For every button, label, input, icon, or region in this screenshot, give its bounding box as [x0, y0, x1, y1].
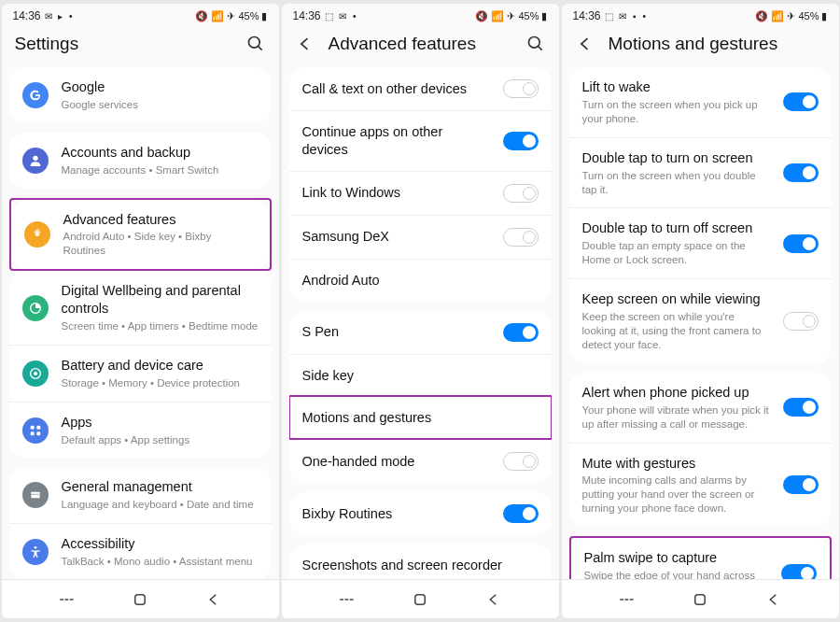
header: Motions and gestures — [562, 24, 839, 67]
nav-back[interactable] — [203, 589, 224, 610]
settings-item-apps[interactable]: Apps Default apps • App settings — [9, 402, 272, 459]
item-subtitle: Google services — [62, 98, 259, 112]
toggle-off[interactable] — [503, 452, 539, 471]
gesture-alert-when-phone-picked-up[interactable]: Alert when phone picked up Your phone wi… — [569, 373, 832, 443]
item-title: Alert when phone picked up — [582, 384, 770, 402]
gesture-palm-swipe-to-capture[interactable]: Palm swipe to capture Swipe the edge of … — [571, 538, 830, 579]
nav-recents[interactable] — [616, 589, 637, 610]
status-indicators: 🔇 📶 ✈ 45% ▮ — [475, 10, 547, 22]
status-indicators: 🔇 📶 ✈ 45% ▮ — [195, 10, 267, 22]
settings-item-wellbeing[interactable]: Digital Wellbeing and parental controls … — [9, 271, 272, 345]
toggle-on[interactable] — [503, 323, 539, 342]
item-subtitle: Double tap an empty space on the Home or… — [582, 239, 770, 267]
header: Advanced features — [282, 24, 559, 67]
item-title: Lift to wake — [582, 78, 770, 96]
svg-point-6 — [34, 372, 37, 375]
accounts-icon — [22, 148, 49, 174]
toggle-on[interactable] — [783, 92, 819, 111]
svg-line-1 — [258, 47, 261, 50]
settings-item-battery[interactable]: Battery and device care Storage • Memory… — [9, 345, 272, 402]
status-time: 14:36 — [573, 9, 601, 22]
toggle-on[interactable] — [783, 163, 819, 182]
gesture-double-tap-to-turn-on-screen[interactable]: Double tap to turn on screen Turn on the… — [569, 137, 832, 208]
toggle-on[interactable] — [783, 398, 819, 417]
item-subtitle: Mute incoming calls and alarms by puttin… — [582, 474, 770, 516]
feature-side-key[interactable]: Side key — [289, 354, 552, 397]
toggle-off[interactable] — [503, 79, 539, 98]
nav-recents[interactable] — [56, 589, 77, 610]
header: Settings — [2, 24, 279, 67]
feature-bixby-routines[interactable]: Bixby Routines — [289, 492, 552, 535]
toggle-on[interactable] — [781, 564, 817, 579]
item-title: Call & text on other devices — [302, 80, 490, 98]
item-title: Accessibility — [62, 535, 259, 553]
item-title: Keep screen on while viewing — [582, 290, 770, 308]
item-title: S Pen — [302, 323, 490, 341]
toggle-off[interactable] — [503, 184, 539, 203]
item-title: Mute with gestures — [582, 455, 770, 473]
settings-item-accounts[interactable]: Accounts and backup Manage accounts • Sm… — [9, 133, 272, 189]
feature-android-auto[interactable]: Android Auto — [289, 259, 552, 302]
item-title: Battery and device care — [62, 357, 259, 375]
item-subtitle: Screen time • App timers • Bedtime mode — [62, 319, 259, 333]
item-title: General management — [62, 478, 259, 496]
toggle-on[interactable] — [503, 504, 539, 523]
nav-recents[interactable] — [336, 589, 357, 610]
feature-link-to-windows[interactable]: Link to Windows — [289, 171, 552, 215]
back-icon[interactable] — [575, 34, 595, 54]
item-title: Continue apps on other devices — [302, 123, 490, 159]
gesture-double-tap-to-turn-off-screen[interactable]: Double tap to turn off screen Double tap… — [569, 207, 832, 278]
feature-continue-apps-on-other-devices[interactable]: Continue apps on other devices — [289, 110, 552, 171]
svg-rect-23 — [415, 594, 426, 604]
item-subtitle: Manage accounts • Smart Switch — [62, 163, 259, 177]
item-subtitle: Swipe the edge of your hand across the s… — [584, 569, 768, 579]
feature-one-handed-mode[interactable]: One-handed mode — [289, 439, 552, 483]
item-title: Bixby Routines — [302, 505, 490, 523]
page-title: Advanced features — [329, 34, 512, 54]
feature-s-pen[interactable]: S Pen — [289, 311, 552, 354]
item-title: Apps — [62, 414, 259, 431]
svg-point-13 — [34, 546, 36, 549]
toggle-on[interactable] — [503, 132, 539, 150]
search-icon[interactable] — [245, 34, 266, 54]
feature-motions-and-gestures[interactable]: Motions and gestures — [289, 396, 552, 439]
toggle-on[interactable] — [783, 475, 819, 494]
settings-item-advanced[interactable]: Advanced features Android Auto • Side ke… — [11, 200, 270, 270]
feature-samsung-dex[interactable]: Samsung DeX — [289, 215, 552, 259]
toggle-on[interactable] — [783, 234, 819, 253]
page-title: Motions and gestures — [609, 34, 826, 54]
feature-screenshots-and-screen-recorder[interactable]: Screenshots and screen recorder — [289, 544, 552, 579]
svg-point-0 — [248, 37, 259, 49]
gesture-lift-to-wake[interactable]: Lift to wake Turn on the screen when you… — [569, 67, 832, 137]
back-icon[interactable] — [295, 34, 315, 54]
search-icon[interactable] — [525, 34, 546, 54]
google-icon — [22, 82, 49, 108]
svg-point-2 — [33, 155, 37, 160]
notification-icons: ⬚ ✉ • — [325, 11, 358, 21]
item-title: Motions and gestures — [302, 409, 539, 427]
gesture-keep-screen-on-while-viewing[interactable]: Keep screen on while viewing Keep the sc… — [569, 278, 832, 363]
navbar — [282, 579, 559, 618]
svg-rect-11 — [31, 492, 39, 499]
nav-home[interactable] — [130, 589, 150, 610]
settings-item-accessibility[interactable]: Accessibility TalkBack • Mono audio • As… — [9, 523, 272, 579]
advanced-icon — [24, 221, 50, 247]
feature-call-text-on-other-devices[interactable]: Call & text on other devices — [289, 67, 552, 110]
nav-home[interactable] — [690, 589, 710, 610]
toggle-off[interactable] — [503, 228, 539, 247]
page-title: Settings — [15, 34, 232, 54]
settings-item-general[interactable]: General management Language and keyboard… — [9, 467, 272, 523]
toggle-off[interactable] — [783, 312, 819, 331]
nav-home[interactable] — [410, 589, 430, 610]
item-title: Advanced features — [63, 211, 257, 229]
item-subtitle: Android Auto • Side key • Bixby Routines — [63, 230, 257, 258]
navbar — [562, 579, 839, 618]
item-title: Samsung DeX — [302, 228, 490, 246]
status-bar: 14:36 ⬚ ✉ ▪ • 🔇 📶 ✈ 45% ▮ — [562, 4, 839, 24]
settings-item-google[interactable]: Google Google services — [9, 67, 272, 123]
nav-back[interactable] — [763, 589, 784, 610]
nav-back[interactable] — [483, 589, 504, 610]
gesture-mute-with-gestures[interactable]: Mute with gestures Mute incoming calls a… — [569, 443, 832, 528]
status-time: 14:36 — [13, 9, 41, 22]
item-subtitle: Your phone will vibrate when you pick it… — [582, 403, 770, 431]
